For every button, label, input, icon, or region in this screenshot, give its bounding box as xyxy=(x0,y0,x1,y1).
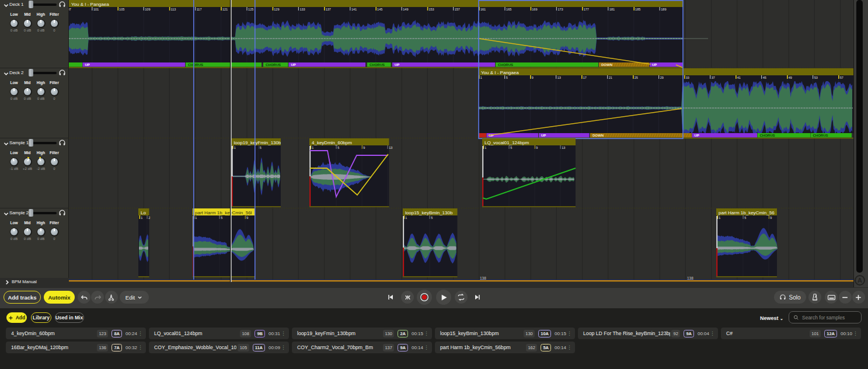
svg-text:33: 33 xyxy=(686,76,689,79)
svg-text:1: 1 xyxy=(719,216,720,220)
svg-text:You & I - Pangaea: You & I - Pangaea xyxy=(71,2,109,7)
svg-text:CHORUS: CHORUS xyxy=(369,63,385,67)
svg-text:49: 49 xyxy=(789,76,792,79)
svg-text:189: 189 xyxy=(661,8,666,11)
svg-text:loop15_keyBmin_130b: loop15_keyBmin_130b xyxy=(405,210,453,215)
svg-text:129: 129 xyxy=(274,8,279,11)
svg-text:133: 133 xyxy=(300,8,305,11)
svg-text:DOWN: DOWN xyxy=(592,134,604,137)
svg-text:UP: UP xyxy=(291,63,296,67)
svg-text:1: 1 xyxy=(405,216,407,220)
svg-text:41: 41 xyxy=(737,76,741,79)
svg-text:9: 9 xyxy=(770,216,772,220)
svg-text:9: 9 xyxy=(536,146,538,149)
svg-text:UP: UP xyxy=(695,134,699,137)
svg-text:138: 138 xyxy=(480,276,486,280)
svg-text:17: 17 xyxy=(583,76,587,79)
svg-text:13: 13 xyxy=(389,146,392,149)
svg-text:185: 185 xyxy=(635,8,640,11)
svg-text:part Harm 1b_keyCmin_56l: part Harm 1b_keyCmin_56l xyxy=(195,210,252,215)
svg-text:181: 181 xyxy=(609,8,615,11)
svg-text:UP: UP xyxy=(395,63,399,67)
svg-text:177: 177 xyxy=(584,8,589,11)
svg-text:loop19_keyFmin_130b: loop19_keyFmin_130b xyxy=(234,140,281,145)
svg-text:161: 161 xyxy=(480,8,486,11)
svg-text:53: 53 xyxy=(814,76,818,79)
svg-text:CHORUS: CHORUS xyxy=(498,63,513,67)
svg-text:5: 5 xyxy=(506,76,508,79)
svg-text:9: 9 xyxy=(532,76,534,79)
svg-text:109: 109 xyxy=(145,8,150,11)
svg-text:5: 5 xyxy=(221,216,222,220)
svg-text:UP: UP xyxy=(652,63,657,67)
svg-text:149: 149 xyxy=(403,8,408,11)
svg-text:2: 2 xyxy=(148,216,150,220)
svg-text:21: 21 xyxy=(609,76,612,79)
svg-text:UP: UP xyxy=(85,63,90,67)
svg-text:CHORUS: CHORUS xyxy=(188,63,203,67)
svg-text:9: 9 xyxy=(246,216,248,220)
svg-text:145: 145 xyxy=(377,8,382,11)
svg-text:You & I - Pangaea: You & I - Pangaea xyxy=(481,70,519,75)
svg-text:5: 5 xyxy=(337,146,339,149)
svg-text:1: 1 xyxy=(141,216,142,220)
svg-text:37: 37 xyxy=(712,76,715,79)
svg-text:Lo: Lo xyxy=(141,210,146,215)
svg-text:1: 1 xyxy=(480,76,482,79)
svg-text:LQ_vocal01_124bpm: LQ_vocal01_124bpm xyxy=(484,140,529,145)
svg-text:29: 29 xyxy=(660,76,664,79)
svg-text:1: 1 xyxy=(234,146,236,149)
svg-text:CHORUS: CHORUS xyxy=(760,134,775,137)
svg-text:153: 153 xyxy=(429,8,434,11)
svg-text:45: 45 xyxy=(763,76,766,79)
svg-text:1: 1 xyxy=(195,216,197,220)
svg-text:1: 1 xyxy=(484,146,486,149)
svg-text:5: 5 xyxy=(510,146,512,149)
svg-text:125: 125 xyxy=(248,8,253,11)
svg-text:137: 137 xyxy=(326,8,331,11)
svg-text:121: 121 xyxy=(222,8,228,11)
svg-text:25: 25 xyxy=(635,76,638,79)
svg-text:157: 157 xyxy=(455,8,460,11)
svg-text:5: 5 xyxy=(260,146,262,149)
svg-text:13: 13 xyxy=(562,146,565,149)
svg-text:9: 9 xyxy=(363,146,365,149)
svg-text:113: 113 xyxy=(171,8,176,11)
svg-text:13: 13 xyxy=(557,76,561,79)
svg-text:part Harm 1b_keyCmin_56: part Harm 1b_keyCmin_56 xyxy=(719,210,775,215)
svg-text:5: 5 xyxy=(431,216,433,220)
svg-text:4_keyDmin_60bpm: 4_keyDmin_60bpm xyxy=(312,140,352,145)
svg-text:UP: UP xyxy=(541,134,546,137)
svg-text:105: 105 xyxy=(119,8,124,11)
svg-text:5: 5 xyxy=(744,216,746,220)
svg-text:173: 173 xyxy=(558,8,563,11)
svg-text:CHORUS: CHORUS xyxy=(266,63,281,67)
svg-text:1: 1 xyxy=(312,146,313,149)
svg-text:117: 117 xyxy=(197,8,202,11)
svg-text:57: 57 xyxy=(840,76,843,79)
svg-text:169: 169 xyxy=(532,8,537,11)
svg-text:101: 101 xyxy=(93,8,99,11)
svg-text:141: 141 xyxy=(351,8,357,11)
svg-text:165: 165 xyxy=(506,8,511,11)
svg-text:138: 138 xyxy=(687,276,693,280)
svg-text:DOWN: DOWN xyxy=(601,63,612,67)
svg-text:CHORUS: CHORUS xyxy=(813,134,828,137)
